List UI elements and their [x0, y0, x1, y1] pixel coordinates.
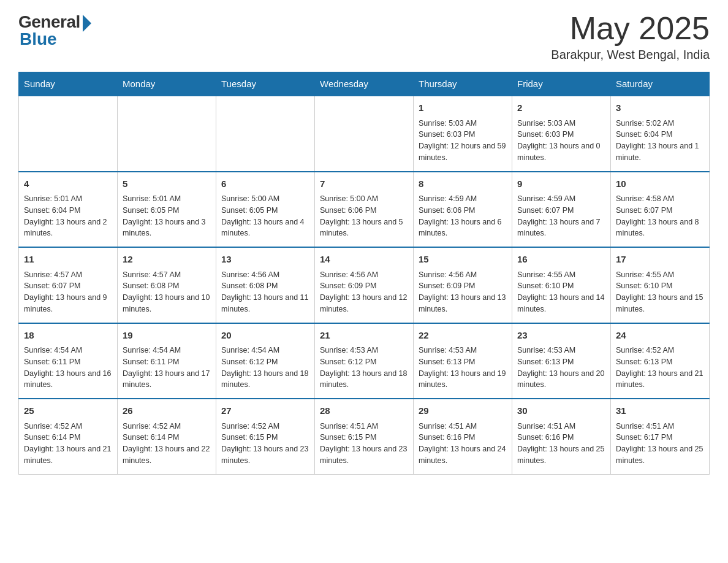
calendar-cell: 18Sunrise: 4:54 AMSunset: 6:11 PMDayligh… [19, 323, 118, 399]
sunset-text: Sunset: 6:14 PM [123, 433, 179, 442]
day-number: 19 [123, 329, 211, 343]
sunset-text: Sunset: 6:16 PM [419, 433, 475, 442]
daylight-text: Daylight: 13 hours and 23 minutes. [221, 445, 308, 465]
calendar-cell: 4Sunrise: 5:01 AMSunset: 6:04 PMDaylight… [19, 172, 118, 248]
calendar-week-row: 4Sunrise: 5:01 AMSunset: 6:04 PMDaylight… [19, 172, 710, 248]
sunset-text: Sunset: 6:09 PM [320, 282, 376, 290]
calendar-cell: 26Sunrise: 4:52 AMSunset: 6:14 PMDayligh… [118, 399, 216, 474]
calendar-week-row: 18Sunrise: 4:54 AMSunset: 6:11 PMDayligh… [19, 323, 710, 399]
day-number: 30 [517, 404, 605, 418]
header-thursday: Thursday [414, 72, 512, 96]
calendar-cell: 28Sunrise: 4:51 AMSunset: 6:15 PMDayligh… [315, 399, 414, 474]
sunrise-text: Sunrise: 4:58 AM [616, 194, 674, 203]
sunrise-text: Sunrise: 4:52 AM [221, 422, 279, 431]
header-friday: Friday [512, 72, 611, 96]
calendar-cell: 29Sunrise: 4:51 AMSunset: 6:16 PMDayligh… [414, 399, 512, 474]
calendar-cell: 10Sunrise: 4:58 AMSunset: 6:07 PMDayligh… [611, 172, 710, 248]
header-wednesday: Wednesday [315, 72, 414, 96]
sunset-text: Sunset: 6:12 PM [221, 358, 278, 366]
sunrise-text: Sunrise: 5:03 AM [517, 119, 575, 128]
calendar-cell: 13Sunrise: 4:56 AMSunset: 6:08 PMDayligh… [216, 247, 315, 323]
sunrise-text: Sunrise: 4:55 AM [616, 270, 674, 279]
day-number: 28 [320, 404, 408, 418]
calendar-cell: 30Sunrise: 4:51 AMSunset: 6:16 PMDayligh… [512, 399, 611, 474]
sunset-text: Sunset: 6:07 PM [616, 206, 672, 215]
calendar-cell: 24Sunrise: 4:52 AMSunset: 6:13 PMDayligh… [611, 323, 710, 399]
daylight-text: Daylight: 13 hours and 23 minutes. [320, 445, 407, 465]
daylight-text: Daylight: 13 hours and 24 minutes. [419, 445, 506, 465]
logo-triangle-icon [83, 15, 91, 32]
calendar-cell: 6Sunrise: 5:00 AMSunset: 6:05 PMDaylight… [216, 172, 315, 248]
sunrise-text: Sunrise: 4:51 AM [517, 422, 575, 431]
sunset-text: Sunset: 6:09 PM [419, 282, 475, 290]
sunrise-text: Sunrise: 4:56 AM [419, 270, 477, 279]
day-number: 8 [419, 177, 507, 191]
sunset-text: Sunset: 6:03 PM [517, 130, 574, 139]
sunrise-text: Sunrise: 4:52 AM [616, 346, 674, 354]
calendar-cell: 15Sunrise: 4:56 AMSunset: 6:09 PMDayligh… [414, 247, 512, 323]
sunrise-text: Sunrise: 5:02 AM [616, 119, 674, 128]
day-number: 2 [517, 101, 605, 115]
weekday-header-row: Sunday Monday Tuesday Wednesday Thursday… [19, 72, 710, 96]
sunrise-text: Sunrise: 5:03 AM [419, 119, 477, 128]
location: Barakpur, West Bengal, India [551, 48, 710, 62]
calendar-cell: 27Sunrise: 4:52 AMSunset: 6:15 PMDayligh… [216, 399, 315, 474]
daylight-text: Daylight: 13 hours and 5 minutes. [320, 218, 403, 238]
sunset-text: Sunset: 6:10 PM [616, 282, 672, 290]
header-saturday: Saturday [611, 72, 710, 96]
sunrise-text: Sunrise: 4:54 AM [221, 346, 279, 354]
day-number: 29 [419, 404, 507, 418]
daylight-text: Daylight: 13 hours and 8 minutes. [616, 218, 699, 238]
sunset-text: Sunset: 6:12 PM [320, 358, 376, 366]
sunrise-text: Sunrise: 4:52 AM [123, 422, 181, 431]
logo-blue-text: Blue [20, 29, 57, 49]
daylight-text: Daylight: 13 hours and 15 minutes. [616, 293, 703, 313]
sunrise-text: Sunrise: 4:53 AM [320, 346, 378, 354]
sunset-text: Sunset: 6:06 PM [320, 206, 376, 215]
daylight-text: Daylight: 13 hours and 22 minutes. [123, 445, 210, 465]
sunrise-text: Sunrise: 5:00 AM [320, 194, 378, 203]
day-number: 13 [221, 253, 309, 267]
daylight-text: Daylight: 12 hours and 59 minutes. [419, 142, 506, 162]
sunrise-text: Sunrise: 4:51 AM [616, 422, 674, 431]
sunrise-text: Sunrise: 5:01 AM [24, 194, 82, 203]
calendar-cell: 9Sunrise: 4:59 AMSunset: 6:07 PMDaylight… [512, 172, 611, 248]
sunset-text: Sunset: 6:11 PM [123, 358, 179, 366]
month-title: May 2025 [551, 12, 710, 44]
day-number: 27 [221, 404, 309, 418]
calendar-cell: 16Sunrise: 4:55 AMSunset: 6:10 PMDayligh… [512, 247, 611, 323]
daylight-text: Daylight: 13 hours and 4 minutes. [221, 218, 305, 238]
sunset-text: Sunset: 6:13 PM [419, 358, 475, 366]
calendar-cell: 2Sunrise: 5:03 AMSunset: 6:03 PMDaylight… [512, 96, 611, 172]
day-number: 21 [320, 329, 408, 343]
sunrise-text: Sunrise: 4:53 AM [517, 346, 575, 354]
sunset-text: Sunset: 6:11 PM [24, 358, 80, 366]
calendar-table: Sunday Monday Tuesday Wednesday Thursday… [18, 72, 710, 475]
daylight-text: Daylight: 13 hours and 21 minutes. [616, 369, 703, 389]
day-number: 26 [123, 404, 211, 418]
sunset-text: Sunset: 6:06 PM [419, 206, 475, 215]
sunset-text: Sunset: 6:07 PM [24, 282, 80, 290]
daylight-text: Daylight: 13 hours and 7 minutes. [517, 218, 601, 238]
daylight-text: Daylight: 13 hours and 11 minutes. [221, 293, 308, 313]
calendar-cell [315, 96, 414, 172]
day-number: 23 [517, 329, 605, 343]
day-number: 11 [24, 253, 112, 267]
calendar-cell: 7Sunrise: 5:00 AMSunset: 6:06 PMDaylight… [315, 172, 414, 248]
sunset-text: Sunset: 6:15 PM [320, 433, 376, 442]
day-number: 1 [419, 101, 507, 115]
daylight-text: Daylight: 13 hours and 25 minutes. [616, 445, 703, 465]
daylight-text: Daylight: 13 hours and 20 minutes. [517, 369, 604, 389]
daylight-text: Daylight: 13 hours and 3 minutes. [123, 218, 206, 238]
calendar-cell: 25Sunrise: 4:52 AMSunset: 6:14 PMDayligh… [19, 399, 118, 474]
daylight-text: Daylight: 13 hours and 13 minutes. [419, 293, 506, 313]
calendar-week-row: 1Sunrise: 5:03 AMSunset: 6:03 PMDaylight… [19, 96, 710, 172]
daylight-text: Daylight: 13 hours and 25 minutes. [517, 445, 604, 465]
sunrise-text: Sunrise: 4:59 AM [517, 194, 575, 203]
sunrise-text: Sunrise: 4:57 AM [123, 270, 181, 279]
calendar-cell: 22Sunrise: 4:53 AMSunset: 6:13 PMDayligh… [414, 323, 512, 399]
day-number: 18 [24, 329, 112, 343]
daylight-text: Daylight: 13 hours and 14 minutes. [517, 293, 604, 313]
sunset-text: Sunset: 6:05 PM [123, 206, 179, 215]
sunrise-text: Sunrise: 4:59 AM [419, 194, 477, 203]
